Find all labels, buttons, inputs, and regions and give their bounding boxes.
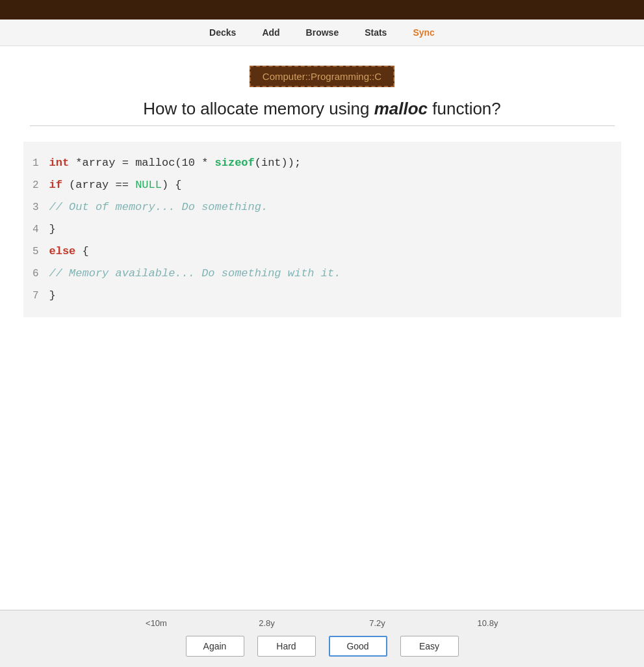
deck-badge: Computer::Programming::C (250, 66, 394, 87)
code-line: 6 // Memory available... Do something wi… (23, 263, 621, 285)
line-number: 1 (23, 153, 49, 174)
code-text: if (array == NULL) { (49, 174, 621, 196)
nav-sync[interactable]: Sync (413, 27, 434, 38)
answer-btn-easy[interactable]: Easy (400, 636, 459, 657)
line-number: 5 (23, 241, 49, 262)
code-line: 3 // Out of memory... Do something. (23, 196, 621, 218)
question-divider (30, 125, 615, 126)
nav-browse[interactable]: Browse (306, 27, 339, 38)
code-text: int *array = malloc(10 * sizeof(int)); (49, 152, 621, 174)
time-labels: <10m2.8y7.2y10.8y (131, 618, 514, 628)
bottom-bar: <10m2.8y7.2y10.8y AgainHardGoodEasy (0, 610, 644, 667)
line-number: 2 (23, 175, 49, 196)
code-line: 2 if (array == NULL) { (23, 174, 621, 196)
answer-btn-good[interactable]: Good (329, 636, 387, 657)
code-text: } (49, 285, 621, 307)
question-prefix: How to allocate memory using (143, 99, 374, 118)
deck-label: Computer::Programming::C (263, 71, 381, 82)
nav-bar: Decks Add Browse Stats Sync (0, 20, 644, 46)
nav-add[interactable]: Add (262, 27, 279, 38)
code-line: 5 else { (23, 241, 621, 263)
code-line: 4 } (23, 218, 621, 241)
line-number: 6 (23, 263, 49, 284)
answer-btn-hard[interactable]: Hard (257, 636, 316, 657)
code-line: 7 } (23, 285, 621, 307)
code-text: else { (49, 241, 621, 263)
answer-buttons: AgainHardGoodEasy (186, 636, 459, 657)
answer-btn-again[interactable]: Again (186, 636, 244, 657)
time-label: 7.2y (352, 618, 404, 628)
main-content: Computer::Programming::C How to allocate… (0, 46, 644, 610)
code-text: // Memory available... Do something with… (49, 263, 621, 285)
question-keyword: malloc (374, 99, 428, 118)
nav-decks[interactable]: Decks (209, 27, 236, 38)
time-label: 10.8y (462, 618, 514, 628)
line-number: 3 (23, 197, 49, 218)
code-line: 1int *array = malloc(10 * sizeof(int)); (23, 152, 621, 174)
code-block: 1int *array = malloc(10 * sizeof(int));2… (23, 142, 621, 317)
code-text: } (49, 218, 621, 241)
line-number: 4 (23, 219, 49, 240)
line-number: 7 (23, 285, 49, 306)
nav-stats[interactable]: Stats (365, 27, 387, 38)
code-text: // Out of memory... Do something. (49, 196, 621, 218)
time-label: 2.8y (241, 618, 293, 628)
top-bar (0, 0, 644, 20)
time-label: <10m (131, 618, 183, 628)
question: How to allocate memory using malloc func… (143, 99, 501, 119)
question-suffix: function? (428, 99, 501, 118)
